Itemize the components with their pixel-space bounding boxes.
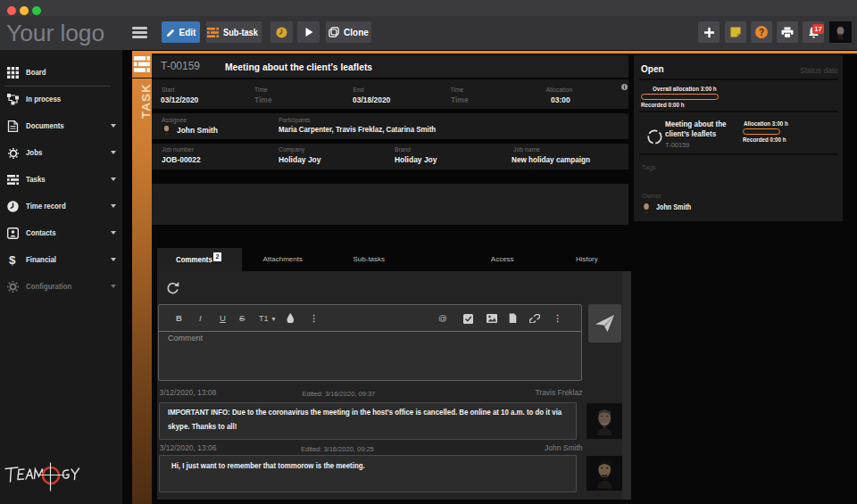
svg-text:?: ? xyxy=(759,28,764,37)
